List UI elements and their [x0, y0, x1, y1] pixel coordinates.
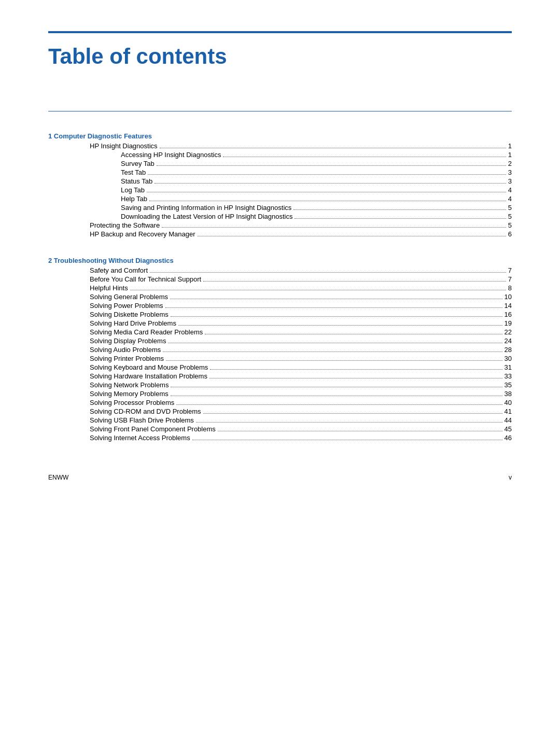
entry-text: Accessing HP Insight Diagnostics: [121, 151, 221, 159]
toc-entry: Solving Diskette Problems16: [90, 311, 512, 318]
entry-text: Help Tab: [121, 195, 147, 203]
entry-text: Solving Audio Problems: [90, 346, 161, 354]
entry-dots: [178, 325, 502, 326]
entry-text: Protecting the Software: [90, 221, 160, 229]
entry-text: Survey Tab: [121, 160, 155, 167]
entry-page: 3: [508, 177, 512, 185]
toc-entry: Accessing HP Insight Diagnostics1: [121, 151, 512, 159]
toc-container: 1 Computer Diagnostic FeaturesHP Insight…: [48, 132, 512, 442]
entry-page: 2: [508, 160, 512, 167]
entry-page: 5: [508, 213, 512, 220]
entry-text: Helpful Hints: [90, 284, 128, 292]
entry-text: Status Tab: [121, 177, 152, 185]
entry-text: Solving USB Flash Drive Problems: [90, 416, 194, 424]
entry-dots: [223, 157, 506, 157]
entry-page: 7: [508, 275, 512, 283]
toc-entry: Saving and Printing Information in HP In…: [121, 204, 512, 212]
entry-dots: [171, 316, 502, 317]
entry-page: 28: [505, 346, 512, 354]
entry-text: Solving Processor Problems: [90, 399, 174, 406]
entry-text: HP Backup and Recovery Manager: [90, 230, 195, 238]
entry-page: 38: [505, 390, 512, 398]
toc-entry: Solving CD-ROM and DVD Problems41: [90, 407, 512, 415]
page-title: Table of contents: [48, 44, 512, 69]
entry-text: Solving Display Problems: [90, 337, 166, 345]
section-heading: 1 Computer Diagnostic Features: [48, 132, 512, 140]
entry-text: Solving Diskette Problems: [90, 311, 169, 318]
entry-text: Solving Memory Problems: [90, 390, 169, 398]
toc-entry: Solving Hard Drive Problems19: [90, 319, 512, 327]
entry-page: 44: [505, 416, 512, 424]
toc-entry: Helpful Hints8: [90, 284, 512, 292]
toc-entry: Solving Internet Access Problems46: [90, 434, 512, 442]
entry-dots: [203, 413, 502, 414]
toc-entry: Solving Hardware Installation Problems33: [90, 372, 512, 380]
entry-dots: [160, 148, 506, 148]
toc-entry: Solving USB Flash Drive Problems44: [90, 416, 512, 424]
entry-text: Solving Internet Access Problems: [90, 434, 190, 442]
entry-dots: [147, 192, 506, 192]
entry-dots: [198, 236, 506, 236]
entry-dots: [192, 440, 502, 440]
entry-dots: [166, 360, 502, 361]
entry-dots: [171, 396, 502, 396]
entry-dots: [176, 404, 502, 405]
toc-entry: Solving Media Card Reader Problems22: [90, 328, 512, 336]
entry-page: 1: [508, 151, 512, 159]
entry-text: Safety and Comfort: [90, 266, 148, 274]
entry-dots: [157, 165, 506, 166]
entry-text: Log Tab: [121, 186, 145, 194]
toc-entry: Downloading the Latest Version of HP Ins…: [121, 213, 512, 220]
entry-page: 16: [505, 311, 512, 318]
toc-entry: Survey Tab2: [121, 160, 512, 167]
entry-text: Solving Network Problems: [90, 381, 169, 389]
toc-entry: Solving General Problems10: [90, 293, 512, 301]
entry-text: Solving Power Problems: [90, 302, 163, 310]
entry-dots: [155, 183, 506, 184]
entry-text: Solving Printer Problems: [90, 355, 164, 362]
footer: ENWW v: [48, 474, 512, 481]
footer-left: ENWW: [48, 474, 68, 481]
toc-entry: Status Tab3: [121, 177, 512, 185]
entry-page: 46: [505, 434, 512, 442]
entry-text: Before You Call for Technical Support: [90, 275, 201, 283]
toc-section-section2: 2 Troubleshooting Without DiagnosticsSaf…: [48, 257, 512, 442]
entry-dots: [149, 201, 506, 201]
entry-page: 1: [508, 142, 512, 150]
toc-entry: Protecting the Software5: [90, 221, 512, 229]
entry-dots: [203, 281, 506, 282]
entry-text: Solving CD-ROM and DVD Problems: [90, 407, 201, 415]
entry-dots: [295, 218, 506, 219]
entry-page: 8: [508, 284, 512, 292]
entry-dots: [218, 431, 502, 431]
entry-dots: [170, 299, 502, 299]
entry-page: 41: [505, 407, 512, 415]
toc-entry: Solving Front Panel Component Problems45: [90, 425, 512, 433]
entry-page: 45: [505, 425, 512, 433]
entry-dots: [293, 209, 506, 210]
footer-right: v: [509, 474, 512, 481]
entry-page: 24: [505, 337, 512, 345]
toc-entry: Solving Memory Problems38: [90, 390, 512, 398]
entry-dots: [196, 422, 502, 423]
toc-entry: HP Backup and Recovery Manager6: [90, 230, 512, 238]
entry-dots: [171, 387, 502, 387]
toc-section-section1: 1 Computer Diagnostic FeaturesHP Insight…: [48, 132, 512, 238]
entry-page: 6: [508, 230, 512, 238]
toc-entries: Safety and Comfort7Before You Call for T…: [90, 266, 512, 442]
entry-text: Solving Hardware Installation Problems: [90, 372, 207, 380]
toc-entries: HP Insight Diagnostics1Accessing HP Insi…: [90, 142, 512, 238]
toc-entry: HP Insight Diagnostics1: [90, 142, 512, 150]
entry-page: 40: [505, 399, 512, 406]
entry-page: 35: [505, 381, 512, 389]
toc-entry: Solving Network Problems35: [90, 381, 512, 389]
toc-entry: Before You Call for Technical Support7: [90, 275, 512, 283]
entry-dots: [210, 369, 502, 370]
entry-text: HP Insight Diagnostics: [90, 142, 158, 150]
entry-text: Test Tab: [121, 168, 146, 176]
toc-entry: Safety and Comfort7: [90, 266, 512, 274]
entry-text: Solving General Problems: [90, 293, 168, 301]
entry-dots: [205, 334, 502, 334]
entry-dots: [209, 378, 502, 378]
entry-text: Solving Front Panel Component Problems: [90, 425, 216, 433]
